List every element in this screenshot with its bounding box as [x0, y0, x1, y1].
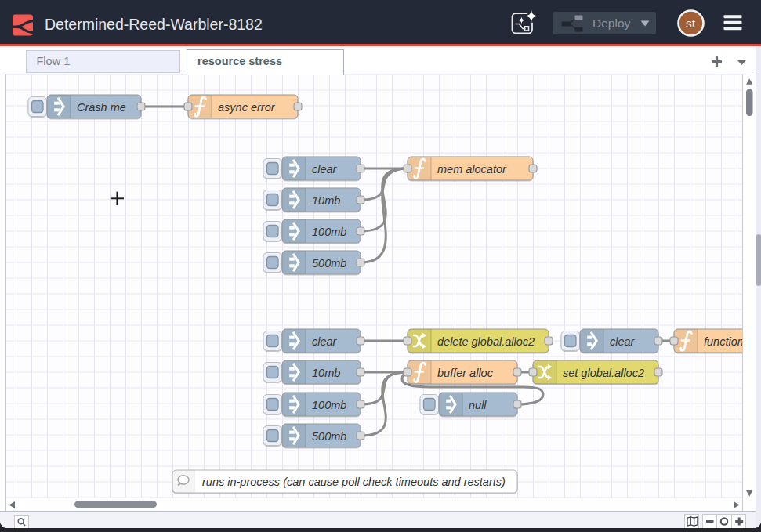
svg-text:delete global.alloc2: delete global.alloc2 [437, 335, 535, 348]
svg-text:runs in-process (can cause pol: runs in-process (can cause poll check ti… [202, 476, 506, 488]
svg-text:Determined-Reed-Warbler-8182: Determined-Reed-Warbler-8182 [45, 16, 263, 33]
svg-text:st: st [686, 16, 696, 30]
svg-text:clear: clear [312, 163, 338, 176]
svg-text:buffer alloc: buffer alloc [437, 367, 494, 379]
svg-text:set global.alloc2: set global.alloc2 [563, 367, 644, 379]
svg-text:10mb: 10mb [312, 367, 340, 379]
svg-text:null: null [469, 399, 487, 411]
svg-text:async error: async error [218, 101, 276, 114]
svg-text:500mb: 500mb [312, 430, 346, 443]
svg-text:clear: clear [312, 335, 338, 348]
svg-text:10mb: 10mb [312, 194, 340, 207]
svg-text:Crash me: Crash me [77, 101, 126, 114]
svg-text:100mb: 100mb [312, 226, 346, 238]
svg-text:500mb: 500mb [312, 257, 346, 270]
svg-text:clear: clear [610, 335, 636, 348]
svg-text:100mb: 100mb [312, 399, 346, 411]
svg-text:Deploy: Deploy [592, 16, 630, 30]
svg-text:mem alocator: mem alocator [437, 163, 507, 176]
svg-text:function: function [704, 335, 742, 348]
